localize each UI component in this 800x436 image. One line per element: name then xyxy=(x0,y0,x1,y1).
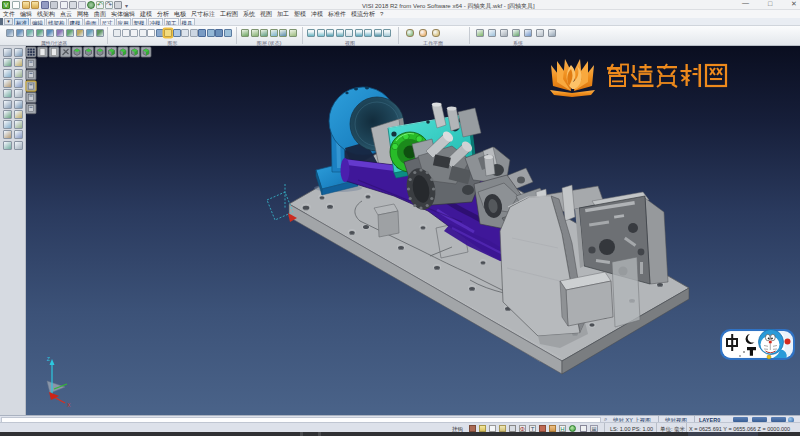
svg-text:Z: Z xyxy=(47,356,50,362)
